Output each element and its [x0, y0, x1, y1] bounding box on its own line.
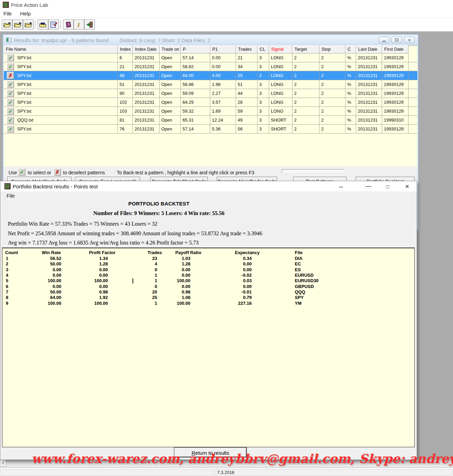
backtest-menubar: File	[0, 191, 417, 200]
minimize-button[interactable]: —	[364, 182, 373, 191]
pattern-selected-check-icon[interactable]: ✓	[7, 99, 14, 106]
pattern-selected-check-icon[interactable]: ✓	[7, 63, 14, 70]
close-button[interactable]: ×	[403, 182, 412, 191]
column-header-trades[interactable]: Trades	[236, 45, 257, 53]
cell: 64.29	[181, 98, 210, 107]
column-header-last-date[interactable]: Last Date	[356, 45, 382, 53]
bt-column-header-file: File	[295, 250, 302, 255]
cell: 3	[257, 116, 269, 124]
bt-cell: 1.08	[162, 295, 190, 300]
about-icon[interactable]: i	[74, 20, 84, 29]
column-header-index-date[interactable]: Index Date	[133, 45, 160, 53]
bt-cell: 1.92	[71, 295, 108, 300]
cell: 21	[118, 62, 133, 71]
table-row: 250.001.2841.280.00EC	[2, 261, 414, 267]
table-row[interactable]: ✓QQQ.txt8120131231Open65.3112.24493SHORT…	[4, 116, 417, 125]
cell: ✓SPY.txt	[4, 107, 118, 115]
bt-cell: 0	[128, 284, 157, 289]
open-file-icon[interactable]	[23, 20, 34, 29]
bt-cell: 0.00	[71, 284, 108, 289]
column-header-first-date[interactable]: First Date	[382, 45, 408, 53]
cell: Open	[160, 53, 181, 62]
legend-select-label: to select or	[28, 170, 51, 175]
column-header-stop[interactable]: Stop	[319, 45, 345, 53]
header-filler	[408, 45, 417, 53]
bt-cell: 100.00	[162, 278, 190, 283]
exit-icon[interactable]	[84, 20, 95, 29]
watermark-text: www.forex-warez.com, andreybbrv@gmail.co…	[32, 451, 436, 466]
open-file-icon[interactable]	[12, 20, 23, 29]
file-search-icon[interactable]	[38, 20, 48, 29]
scroll-left-arrow[interactable]: ‹	[0, 460, 6, 467]
bt-cell: QQQ	[295, 289, 305, 295]
maximize-button[interactable]	[391, 37, 402, 43]
table-row[interactable]: ✓SPY.txt5120131231Open56.861.96513LONG22…	[4, 80, 417, 89]
file-name: SPY.txt	[17, 109, 32, 114]
pattern-selected-check-icon[interactable]: ✓	[7, 54, 14, 61]
open-folder-icon	[3, 22, 11, 28]
table-row[interactable]: ✓SPY.txt9020131231Open59.092.27443LONG22…	[4, 89, 417, 98]
cell: 20131231	[356, 71, 382, 80]
bt-column-header-payoff-ratio: Payoff Ratio	[175, 250, 201, 255]
cell: 20131231	[356, 80, 382, 89]
menu-file[interactable]: File	[0, 10, 15, 17]
cell: 2	[319, 125, 345, 133]
maximize-button[interactable]: □	[383, 182, 392, 191]
table-row[interactable]: ✗SPY.txt4820131231Open64.004.00252LONG22…	[4, 71, 417, 80]
bt-cell: 0.00	[23, 273, 61, 278]
column-header-p[interactable]: P	[181, 45, 210, 53]
cell: 2	[319, 53, 345, 62]
column-header-target[interactable]: Target	[292, 45, 319, 53]
pattern-deselected-cross-icon[interactable]: ✗	[7, 72, 14, 79]
open-file-icon[interactable]	[2, 20, 12, 29]
bt-cell: 4	[128, 261, 157, 266]
column-header-index[interactable]: Index	[118, 45, 133, 53]
help-book-icon: ?	[65, 21, 72, 28]
column-header-trade-on[interactable]: Trade on	[160, 45, 181, 53]
bt-cell: 1.28	[71, 261, 108, 266]
help-book-icon[interactable]: ?	[63, 20, 74, 29]
cell: 20131231	[356, 53, 382, 62]
file-name: SPY.txt	[17, 91, 32, 96]
table-row[interactable]: ✓SPY.txt2120131231Open58.820.00343LONG22…	[4, 62, 417, 71]
menu-file[interactable]: File	[0, 191, 18, 199]
cell: ✗SPY.txt	[4, 71, 118, 80]
table-row[interactable]: ✓SPY.txt10320131231Open59.321.69593LONG2…	[4, 107, 417, 116]
column-header-c[interactable]: C	[345, 45, 356, 53]
table-row[interactable]: ✓SPY.txt7620131231Open57.145.36563SHORT2…	[4, 125, 417, 134]
pattern-selected-check-icon[interactable]: ✓	[7, 125, 14, 133]
results-table-header: File NameIndexIndex DateTrade onPP1Trade…	[4, 45, 417, 53]
cell: 5.36	[210, 125, 236, 133]
results-titlebar[interactable]: Results for: tmpdps.spr - 9 patterns fou…	[4, 35, 417, 45]
table-row[interactable]: ✓SPY.txt10220131231Open64.293.57283LONG2…	[4, 98, 417, 107]
cell: LONG	[269, 98, 292, 107]
cell: 28	[236, 98, 257, 107]
app-titlebar: Price Action Lab	[0, 0, 453, 10]
bt-cell: ES	[295, 267, 301, 272]
cell: 20131231	[133, 80, 160, 89]
pattern-selected-check-icon[interactable]: ✓	[7, 108, 14, 115]
column-header-signal[interactable]: Signal	[269, 45, 292, 53]
backtest-hint-label: To Back-test a pattern , highlight a lin…	[117, 170, 254, 175]
cell: 44	[236, 89, 257, 98]
backtest-titlebar[interactable]: Portfolio Backtest results - Points test…	[0, 181, 417, 191]
pattern-selected-check-icon[interactable]: ✓	[7, 81, 14, 88]
pattern-selected-check-icon[interactable]: ✓	[7, 116, 14, 124]
close-button[interactable]: ×	[404, 37, 415, 43]
column-header-p1[interactable]: P1	[210, 45, 236, 53]
bt-cell: EURUSD30	[295, 278, 318, 283]
cell: Open	[160, 98, 181, 107]
column-header-file-name[interactable]: File Name	[4, 45, 118, 53]
menu-help[interactable]: Help	[17, 10, 34, 17]
file-name: SPY.txt	[17, 55, 32, 60]
file-name: SPY.txt	[17, 82, 32, 87]
pattern-selected-check-icon[interactable]: ✓	[7, 90, 14, 97]
cell: LONG	[269, 107, 292, 115]
column-header-cl[interactable]: CL	[257, 45, 269, 53]
results-window-icon	[6, 37, 12, 42]
table-row[interactable]: ✓SPY.txt620131231Open57.140.00213LONG22%…	[4, 53, 417, 62]
minimize-button[interactable]	[379, 37, 389, 43]
edit-notes-icon[interactable]	[48, 20, 59, 29]
cell: 20131231	[356, 98, 382, 107]
backtest-results-panel[interactable]: CountWin RateProfit FactorTradesPayoff R…	[2, 248, 415, 447]
